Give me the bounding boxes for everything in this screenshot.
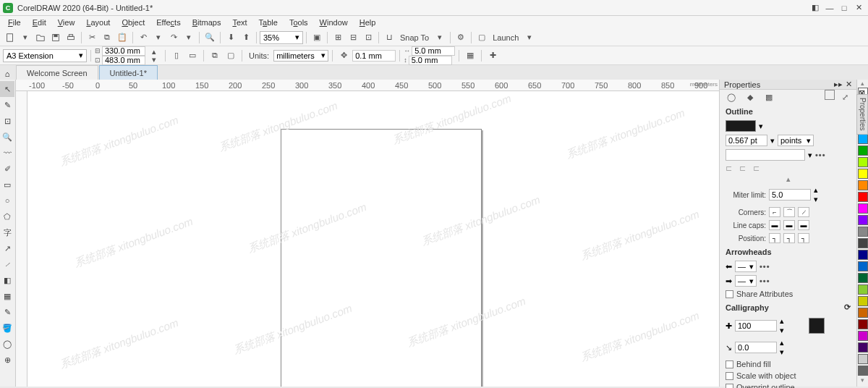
arrow-end-more-icon[interactable]: ••• xyxy=(760,277,770,285)
snap-objects-button[interactable]: ⊡ xyxy=(361,30,375,45)
menu-layout[interactable]: Layout xyxy=(81,17,115,28)
options-button[interactable]: ⚙ xyxy=(454,30,468,45)
zoom-level-input[interactable]: 35%▾ xyxy=(260,31,303,44)
width-dropdown-icon[interactable]: ▾ xyxy=(770,136,775,146)
spinner-up[interactable]: ▴ xyxy=(780,316,784,326)
outline-width-input[interactable]: 0.567 pt xyxy=(726,135,767,146)
color-dropdown-icon[interactable]: ▾ xyxy=(759,122,763,131)
dup-y-input[interactable]: 5.0 mm xyxy=(409,56,452,65)
position-outside-button[interactable]: ┐ xyxy=(769,233,780,243)
redo-button[interactable]: ↷ xyxy=(166,30,181,45)
transparency-tab-icon[interactable]: ▩ xyxy=(762,90,776,104)
freehand-tool[interactable]: 〰 xyxy=(0,145,14,161)
dup-x-input[interactable]: 5.0 mm xyxy=(412,46,455,56)
color-swatch[interactable] xyxy=(858,342,868,353)
color-swatch[interactable] xyxy=(858,203,868,214)
miter-limit-input[interactable]: 5.0 xyxy=(769,189,811,201)
spinner-down[interactable]: ▾ xyxy=(780,326,784,335)
canvas-area[interactable]: millimeters -100-50050100150200250300350… xyxy=(16,80,719,387)
color-swatch[interactable] xyxy=(858,331,868,341)
rectangle-tool[interactable]: ▭ xyxy=(0,177,14,193)
color-swatch[interactable] xyxy=(858,215,868,225)
drawing-page[interactable] xyxy=(281,129,482,387)
ruler-horizontal[interactable]: millimeters -100-50050100150200250300350… xyxy=(16,80,719,91)
fill-tool[interactable]: 🪣 xyxy=(0,320,14,336)
polygon-tool[interactable]: ⬠ xyxy=(0,208,14,224)
color-swatch[interactable] xyxy=(858,261,868,271)
color-swatch[interactable] xyxy=(858,157,868,167)
position-inside-button[interactable]: ┐ xyxy=(798,233,809,243)
parallel-dim-tool[interactable]: ↗ xyxy=(0,240,14,256)
spinner-up[interactable]: ▴ xyxy=(780,338,784,347)
color-swatch[interactable] xyxy=(858,169,868,179)
spinner-down[interactable]: ▾ xyxy=(780,347,784,357)
color-swatch[interactable] xyxy=(858,250,868,260)
ellipse-tool[interactable]: ○ xyxy=(0,193,14,208)
crop-tool[interactable]: ⊡ xyxy=(0,113,14,129)
launch-window-icon[interactable]: ▢ xyxy=(475,30,489,45)
color-swatch[interactable] xyxy=(858,354,868,364)
color-swatch[interactable] xyxy=(858,319,868,329)
fill-tab-icon[interactable]: ◆ xyxy=(743,90,757,104)
panel-expand-icon[interactable]: ⤢ xyxy=(838,90,852,104)
export-button[interactable]: ⬆ xyxy=(239,30,253,45)
new-button[interactable] xyxy=(3,30,17,45)
outline-tab-icon[interactable]: ◯ xyxy=(724,90,739,104)
stretch-input[interactable]: 100 xyxy=(735,320,777,332)
panel-menu-icon[interactable]: ▸▸ xyxy=(834,80,843,89)
dash-preset-1[interactable]: ⊏ xyxy=(726,164,732,173)
save-button[interactable] xyxy=(48,30,63,45)
transparency-tool[interactable]: ▦ xyxy=(0,288,14,304)
eyedropper-tool[interactable]: ✎ xyxy=(0,304,14,320)
menu-bitmaps[interactable]: Bitmaps xyxy=(187,17,226,28)
dash-preset-3[interactable]: ⊏ xyxy=(753,164,760,173)
color-swatch[interactable] xyxy=(858,284,868,295)
canvas[interactable]: 系统部落 xitongbuluo.com 系统部落 xitongbuluo.co… xyxy=(27,91,719,387)
dash-preset-2[interactable]: ⊏ xyxy=(739,164,746,173)
color-swatch[interactable] xyxy=(858,273,868,283)
snap-guides-button[interactable]: ⊟ xyxy=(346,30,360,45)
scale-with-object-checkbox[interactable]: Scale with object xyxy=(720,370,856,381)
cap-square-button[interactable]: ▬ xyxy=(798,220,809,230)
minimize-button[interactable]: — xyxy=(823,2,836,14)
color-swatch[interactable] xyxy=(858,134,868,144)
ruler-vertical[interactable] xyxy=(16,91,27,387)
current-page-button[interactable]: ▢ xyxy=(224,48,238,63)
menu-effects[interactable]: Effects xyxy=(151,17,185,28)
import-button[interactable]: ⬇ xyxy=(224,30,238,45)
arrow-start-more-icon[interactable]: ••• xyxy=(760,262,770,271)
panel-close-icon[interactable]: ✕ xyxy=(846,80,852,89)
cut-button[interactable]: ✂ xyxy=(85,30,99,45)
print-button[interactable] xyxy=(64,30,78,45)
color-swatch[interactable] xyxy=(858,192,868,202)
search-button[interactable]: 🔍 xyxy=(203,30,217,45)
landscape-button[interactable]: ▭ xyxy=(185,48,200,63)
page-height-input[interactable]: 483.0 mm xyxy=(102,56,145,65)
cap-flat-button[interactable]: ▬ xyxy=(769,220,780,230)
options-plus-button[interactable]: ✚ xyxy=(485,48,500,63)
snap-dropdown-icon[interactable]: ▾ xyxy=(433,30,447,45)
spinner-down[interactable]: ▾ xyxy=(814,195,818,204)
outline-color-swatch[interactable] xyxy=(726,120,756,132)
snap-magnet-icon[interactable]: ⊔ xyxy=(382,30,396,45)
drop-shadow-tool[interactable]: ◧ xyxy=(0,272,14,288)
pick-tool[interactable]: ↖ xyxy=(0,81,14,97)
corner-bevel-button[interactable]: ⟋ xyxy=(798,207,809,217)
color-swatch[interactable] xyxy=(858,366,868,376)
menu-help[interactable]: Help xyxy=(354,17,381,28)
angle-input[interactable]: 0.0 xyxy=(735,342,777,353)
new-dropdown-icon[interactable]: ▾ xyxy=(18,30,33,45)
zoom-tool[interactable]: 🔍 xyxy=(0,129,14,145)
color-swatch[interactable] xyxy=(858,180,868,190)
all-pages-button[interactable]: ⧉ xyxy=(208,48,222,63)
panel-layout-icon[interactable] xyxy=(825,90,835,100)
undo-dropdown-icon[interactable]: ▾ xyxy=(151,30,166,45)
line-style-more-icon[interactable]: ••• xyxy=(815,151,826,159)
outline-tool[interactable]: ◯ xyxy=(0,336,14,352)
position-center-button[interactable]: ┐ xyxy=(783,233,795,243)
window-extra-icon[interactable]: ◧ xyxy=(809,2,822,14)
side-tab-properties[interactable]: Properties xyxy=(856,94,868,135)
copy-button[interactable]: ⧉ xyxy=(100,30,114,45)
maximize-button[interactable]: □ xyxy=(838,2,851,14)
arrow-start-select[interactable]: —▾ xyxy=(735,261,757,272)
